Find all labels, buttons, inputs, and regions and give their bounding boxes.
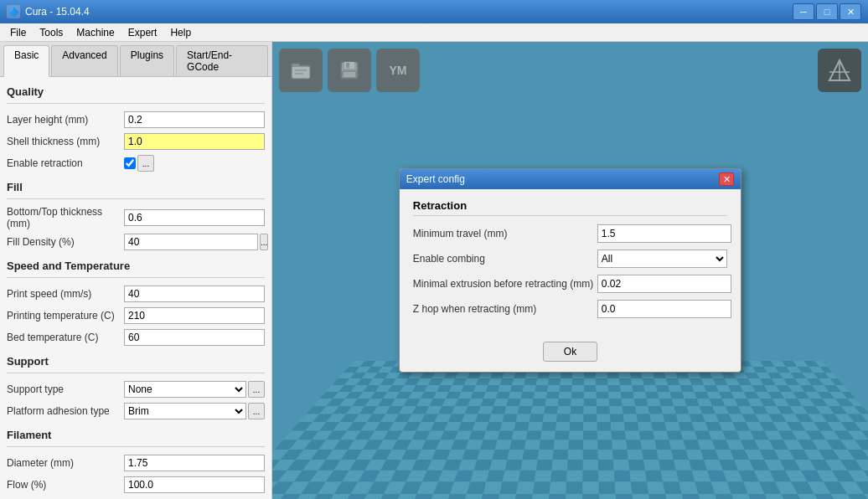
label-fill-density: Fill Density (%) [7, 236, 124, 248]
modal-label-minimum-travel: Minimum travel (mm) [413, 228, 597, 239]
label-platform-adhesion: Platform adhesion type [7, 405, 124, 417]
minimize-button[interactable]: ─ [793, 3, 814, 20]
setting-bottom-top-thickness: Bottom/Top thickness (mm) [7, 206, 265, 229]
modal-footer: Ok [400, 335, 741, 372]
menu-file[interactable]: File [3, 25, 33, 40]
support-type-dots-button[interactable]: ... [248, 381, 265, 398]
label-layer-height: Layer height (mm) [7, 114, 124, 126]
input-shell-thickness[interactable] [124, 133, 265, 150]
app-icon: 🔷 [7, 5, 20, 18]
setting-diameter: Diameter (mm) [7, 454, 265, 472]
modal-input-minimal-extrusion[interactable] [597, 275, 731, 293]
title-bar: 🔷 Cura - 15.04.4 ─ □ ✕ [0, 0, 868, 23]
modal-row-enable-combing: Enable combing All No Skin Off [413, 250, 727, 268]
setting-layer-height: Layer height (mm) [7, 111, 265, 129]
modal-label-enable-combing: Enable combing [413, 253, 597, 265]
title-bar-controls: ─ □ ✕ [793, 3, 861, 20]
label-bed-temperature: Bed temperature (C) [7, 332, 124, 343]
menu-help[interactable]: Help [163, 25, 198, 40]
modal-label-minimal-extrusion: Minimal extrusion before retracting (mm) [413, 278, 597, 290]
app-title: Cura - 15.04.4 [25, 6, 90, 18]
tab-advanced[interactable]: Advanced [51, 45, 117, 76]
input-bed-temperature[interactable] [124, 329, 265, 346]
tab-plugins[interactable]: Plugins [120, 45, 174, 76]
platform-adhesion-dots-button[interactable]: ... [248, 403, 265, 419]
label-print-speed: Print speed (mm/s) [7, 288, 124, 300]
modal-ok-button[interactable]: Ok [543, 342, 597, 362]
setting-shell-thickness: Shell thickness (mm) [7, 132, 265, 151]
setting-flow: Flow (%) [7, 476, 265, 494]
modal-content: Retraction Minimum travel (mm) Enable co… [400, 189, 741, 335]
input-bottom-top-thickness[interactable] [124, 209, 265, 226]
label-printing-temperature: Printing temperature (C) [7, 310, 124, 322]
setting-fill-density: Fill Density (%) ... [7, 233, 265, 251]
section-quality: Quality [7, 85, 265, 98]
tab-basic[interactable]: Basic [3, 45, 49, 77]
input-layer-height[interactable] [124, 111, 265, 128]
platform-adhesion-wrapper: None Brim Raft ... [124, 403, 265, 419]
section-fill: Fill [7, 181, 265, 193]
modal-section-retraction: Retraction [413, 199, 727, 216]
setting-enable-retraction: Enable retraction ... [7, 154, 265, 172]
input-printing-temperature[interactable] [124, 307, 265, 324]
modal-input-z-hop[interactable] [597, 300, 731, 318]
modal-row-minimum-travel: Minimum travel (mm) [413, 224, 727, 243]
viewport[interactable]: YM Expert config ✕ Retraction Minimum tr… [272, 42, 868, 499]
select-platform-adhesion[interactable]: None Brim Raft [124, 403, 246, 419]
input-flow[interactable] [124, 476, 265, 493]
modal-overlay: Expert config ✕ Retraction Minimum trave… [272, 42, 868, 499]
label-shell-thickness: Shell thickness (mm) [7, 136, 124, 147]
tab-startendgcode[interactable]: Start/End-GCode [176, 45, 268, 76]
label-bottom-top-thickness: Bottom/Top thickness (mm) [7, 206, 124, 229]
maximize-button[interactable]: □ [816, 3, 838, 20]
select-support-type[interactable]: None Touching buildplate Everywhere [124, 381, 246, 398]
setting-bed-temperature: Bed temperature (C) [7, 328, 265, 347]
settings-content: Quality Layer height (mm) Shell thicknes… [0, 77, 271, 499]
checkbox-enable-retraction[interactable] [124, 157, 136, 169]
setting-print-speed: Print speed (mm/s) [7, 285, 265, 303]
menu-machine[interactable]: Machine [70, 25, 121, 40]
section-filament: Filament [7, 429, 265, 441]
main-layout: Basic Advanced Plugins Start/End-GCode Q… [0, 42, 868, 499]
modal-select-enable-combing[interactable]: All No Skin Off [597, 250, 727, 268]
menu-bar: File Tools Machine Expert Help [0, 23, 868, 42]
menu-tools[interactable]: Tools [33, 25, 70, 40]
retraction-dots-button[interactable]: ... [137, 155, 154, 172]
fill-density-dots-button[interactable]: ... [260, 234, 268, 250]
section-speed-temperature: Speed and Temperature [7, 260, 265, 272]
expert-config-modal: Expert config ✕ Retraction Minimum trave… [399, 168, 741, 373]
modal-row-minimal-extrusion: Minimal extrusion before retracting (mm) [413, 275, 727, 293]
modal-label-z-hop: Z hop when retracting (mm) [413, 303, 597, 315]
modal-title-bar: Expert config ✕ [400, 169, 741, 189]
left-panel: Basic Advanced Plugins Start/End-GCode Q… [0, 42, 272, 499]
close-button[interactable]: ✕ [840, 3, 861, 20]
support-type-wrapper: None Touching buildplate Everywhere ... [124, 381, 265, 398]
label-flow: Flow (%) [7, 479, 124, 491]
label-diameter: Diameter (mm) [7, 457, 124, 469]
input-diameter[interactable] [124, 455, 265, 471]
modal-close-button[interactable]: ✕ [719, 172, 734, 186]
input-print-speed[interactable] [124, 286, 265, 302]
setting-support-type: Support type None Touching buildplate Ev… [7, 380, 265, 399]
modal-row-z-hop: Z hop when retracting (mm) [413, 300, 727, 318]
input-fill-density[interactable] [124, 234, 258, 250]
setting-platform-adhesion: Platform adhesion type None Brim Raft ..… [7, 402, 265, 420]
modal-input-minimum-travel[interactable] [597, 224, 731, 243]
tabs: Basic Advanced Plugins Start/End-GCode [0, 42, 271, 77]
label-enable-retraction: Enable retraction [7, 157, 124, 169]
title-bar-left: 🔷 Cura - 15.04.4 [7, 5, 90, 18]
modal-title: Expert config [406, 173, 465, 185]
setting-printing-temperature: Printing temperature (C) [7, 306, 265, 325]
section-support: Support [7, 355, 265, 368]
menu-expert[interactable]: Expert [121, 25, 164, 40]
label-support-type: Support type [7, 383, 124, 395]
